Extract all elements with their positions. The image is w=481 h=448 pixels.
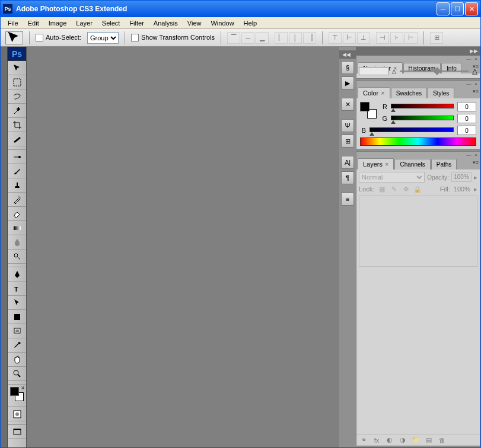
- strip-button-2[interactable]: ▶: [341, 76, 354, 89]
- panel-minimize-icon[interactable]: —: [466, 56, 471, 62]
- foreground-color-swatch[interactable]: [10, 387, 19, 396]
- lock-pixels-icon[interactable]: ✎: [390, 185, 398, 193]
- shape-tool[interactable]: [8, 310, 26, 324]
- dodge-tool[interactable]: [8, 249, 26, 264]
- panel-minimize-icon[interactable]: —: [466, 152, 471, 158]
- delete-layer-icon[interactable]: 🗑: [437, 436, 447, 445]
- tab-styles[interactable]: Styles: [428, 88, 454, 98]
- lock-transparency-icon[interactable]: ▦: [378, 185, 386, 193]
- blend-mode-dropdown[interactable]: Normal: [359, 172, 425, 183]
- minimize-button[interactable]: ─: [437, 2, 450, 15]
- notes-tool[interactable]: [8, 324, 26, 338]
- zoom-tool[interactable]: [8, 367, 26, 381]
- tab-close-icon[interactable]: ×: [385, 161, 388, 168]
- strip-button-7[interactable]: ¶: [341, 171, 354, 184]
- tab-channels[interactable]: Channels: [394, 159, 430, 169]
- foreground-background-colors[interactable]: ⤭: [8, 385, 26, 404]
- green-slider[interactable]: [391, 116, 454, 121]
- close-button[interactable]: ✕: [465, 2, 478, 15]
- align-bottom-icon[interactable]: ▁: [256, 32, 269, 44]
- screen-mode-tool[interactable]: [8, 425, 26, 439]
- slice-tool[interactable]: [8, 132, 26, 146]
- auto-select-dropdown[interactable]: Group: [87, 32, 119, 44]
- show-transform-checkbox[interactable]: Show Transform Controls: [131, 34, 215, 42]
- strip-button-5[interactable]: ⊞: [341, 135, 354, 148]
- tab-layers[interactable]: Layers×: [358, 158, 394, 169]
- green-value-input[interactable]: [457, 114, 476, 123]
- layer-mask-icon[interactable]: ◐: [385, 436, 394, 445]
- align-vcenter-icon[interactable]: ─: [241, 32, 254, 44]
- auto-align-icon[interactable]: ⊞: [430, 32, 443, 44]
- panel-close-icon[interactable]: ×: [474, 152, 477, 158]
- color-fg-bg-swatches[interactable]: [360, 102, 377, 119]
- layer-list[interactable]: [359, 196, 477, 267]
- menu-file[interactable]: File: [3, 18, 23, 28]
- strip-button-4[interactable]: Ψ: [341, 119, 354, 132]
- auto-select-checkbox[interactable]: Auto-Select:: [36, 34, 81, 42]
- distribute-vcenter-icon[interactable]: ⊢: [343, 32, 356, 44]
- new-group-icon[interactable]: 📁: [411, 436, 421, 445]
- color-spectrum-ramp[interactable]: [360, 137, 476, 146]
- magic-wand-tool[interactable]: [8, 104, 26, 118]
- panel-close-icon[interactable]: ×: [474, 81, 477, 87]
- strip-button-6[interactable]: A|: [341, 156, 354, 169]
- red-value-input[interactable]: [457, 102, 476, 111]
- menu-edit[interactable]: Edit: [23, 18, 44, 28]
- strip-button-3[interactable]: ✕: [341, 98, 354, 111]
- menu-analysis[interactable]: Analysis: [149, 18, 183, 28]
- move-tool[interactable]: [8, 61, 26, 75]
- layer-style-icon[interactable]: fx: [372, 436, 381, 445]
- hand-tool[interactable]: [8, 353, 26, 367]
- tab-swatches[interactable]: Swatches: [391, 88, 427, 98]
- zoom-percentage-field[interactable]: [359, 67, 388, 75]
- align-left-icon[interactable]: ▏: [275, 32, 288, 44]
- distribute-hcenter-icon[interactable]: ⊦: [390, 32, 403, 44]
- tab-close-icon[interactable]: ×: [381, 89, 384, 97]
- adjustment-layer-icon[interactable]: ◑: [398, 436, 407, 445]
- type-tool[interactable]: T: [8, 281, 26, 296]
- marquee-tool[interactable]: [8, 75, 26, 89]
- menu-image[interactable]: Image: [44, 18, 72, 28]
- fill-value[interactable]: 100%: [454, 185, 470, 193]
- strip-collapse-icon[interactable]: ◀◀: [342, 52, 351, 57]
- healing-brush-tool[interactable]: [8, 150, 26, 164]
- menu-select[interactable]: Select: [97, 18, 125, 28]
- history-brush-tool[interactable]: [8, 193, 26, 207]
- brush-tool[interactable]: [8, 164, 26, 178]
- panel-menu-icon[interactable]: ▾≡: [473, 88, 479, 94]
- quick-mask-tool[interactable]: [8, 407, 26, 421]
- distribute-top-icon[interactable]: ⊤: [329, 32, 342, 44]
- align-top-icon[interactable]: ▔: [227, 32, 240, 44]
- distribute-right-icon[interactable]: ⊢: [404, 32, 418, 44]
- color-fg-swatch[interactable]: [360, 102, 369, 111]
- lasso-tool[interactable]: [8, 89, 26, 104]
- zoom-in-icon[interactable]: △: [472, 67, 477, 75]
- active-tool-indicator[interactable]: [5, 31, 23, 44]
- red-slider[interactable]: [391, 104, 454, 110]
- distribute-bottom-icon[interactable]: ⊥: [357, 32, 370, 44]
- gradient-tool[interactable]: [8, 221, 26, 235]
- tab-paths[interactable]: Paths: [431, 159, 457, 169]
- crop-tool[interactable]: [8, 118, 26, 132]
- distribute-left-icon[interactable]: ⊣: [376, 32, 389, 44]
- menu-help[interactable]: Help: [239, 18, 262, 28]
- menu-filter[interactable]: Filter: [125, 18, 148, 28]
- tool-dock-grip[interactable]: [1, 47, 8, 447]
- align-right-icon[interactable]: ▕: [303, 32, 316, 44]
- strip-button-1[interactable]: §: [341, 61, 354, 74]
- path-selection-tool[interactable]: [8, 296, 26, 310]
- menu-layer[interactable]: Layer: [71, 18, 97, 28]
- blue-value-input[interactable]: [457, 126, 476, 135]
- swap-colors-icon[interactable]: ⤭: [21, 385, 25, 391]
- blur-tool[interactable]: [8, 235, 26, 249]
- tab-color[interactable]: Color×: [358, 87, 390, 98]
- strip-button-8[interactable]: ≡: [341, 193, 354, 206]
- panel-close-icon[interactable]: ×: [474, 56, 477, 62]
- dock-collapse-icon[interactable]: ▶▶: [470, 48, 478, 54]
- panel-menu-icon[interactable]: ▾≡: [473, 159, 479, 165]
- zoom-slider-thumb[interactable]: [433, 67, 441, 75]
- eyedropper-tool[interactable]: [8, 338, 26, 353]
- panel-minimize-icon[interactable]: —: [466, 81, 471, 87]
- link-layers-icon[interactable]: ⚭: [359, 436, 368, 445]
- eraser-tool[interactable]: [8, 207, 26, 221]
